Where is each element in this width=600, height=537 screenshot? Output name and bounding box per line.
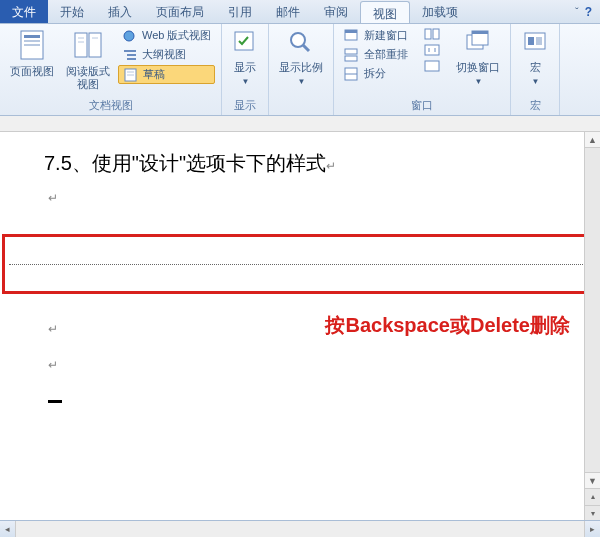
document-area[interactable]: 7.5、使用"设计"选项卡下的样式↵ ↵ 按Backspace或Delete删除… [0,132,600,520]
group-zoom: 显示比例▼ [269,24,334,115]
group-macros: 宏▼ 宏 [511,24,560,115]
window-small-2[interactable] [420,43,444,57]
svg-rect-26 [433,29,439,39]
page-view-icon [17,29,47,63]
svg-rect-5 [89,33,101,57]
zoom-button[interactable]: 显示比例▼ [275,27,327,89]
hscroll-track[interactable] [16,521,584,537]
scroll-left-button[interactable]: ◂ [0,521,16,537]
svg-rect-3 [24,44,40,46]
outline-view-button[interactable]: 大纲视图 [118,46,215,63]
scroll-down-button[interactable]: ▼ [585,472,600,488]
previous-page-button[interactable]: ▴ [585,488,600,505]
paragraph-marks: ↵ [44,191,570,205]
para-mark: ↵ [48,322,62,336]
svg-rect-30 [425,61,439,71]
web-view-button[interactable]: Web 版式视图 [118,27,215,44]
arrange-all-button[interactable]: 全部重排 [340,46,412,63]
tab-mail[interactable]: 邮件 [264,0,312,23]
switch-window-icon [464,29,492,59]
draft-view-button[interactable]: 草稿 [118,65,215,84]
window-side-by-side-icon [424,28,440,40]
annotation-text: 按Backspace或Delete删除 [325,312,570,339]
svg-rect-4 [75,33,87,57]
document-heading: 7.5、使用"设计"选项卡下的样式↵ [44,150,570,177]
window-small-1[interactable] [420,27,444,41]
svg-rect-35 [528,37,534,45]
group-doc-views: 页面视图 阅读版式 视图 Web 版式视图 大纲视图 草稿 [0,24,222,115]
group-show-label: 显示 [228,97,262,113]
help-icon[interactable]: ? [585,5,592,19]
horizontal-ruler[interactable] [0,116,600,132]
tab-home[interactable]: 开始 [48,0,96,23]
scroll-right-button[interactable]: ▸ [584,521,600,537]
zoom-icon [287,29,315,59]
page-view-button[interactable]: 页面视图 [6,27,58,80]
reset-window-icon [424,60,440,72]
svg-rect-33 [472,31,488,34]
svg-rect-27 [425,45,439,55]
svg-point-9 [124,31,134,41]
macros-icon [521,29,549,59]
scroll-up-button[interactable]: ▲ [585,132,600,148]
outline-view-icon [122,48,138,62]
horizontal-scrollbar: ◂ ▸ [0,520,600,537]
para-mark: ↵ [48,358,62,372]
tab-references[interactable]: 引用 [216,0,264,23]
arrange-all-icon [344,48,360,62]
tab-file[interactable]: 文件 [0,0,48,23]
svg-rect-20 [345,30,357,33]
vertical-scrollbar[interactable]: ▲ ▼ ▴ ▾ [584,132,600,520]
web-view-icon [122,29,138,43]
new-window-icon [344,29,360,43]
macros-button[interactable]: 宏▼ [517,27,553,89]
svg-rect-25 [425,29,431,39]
selection-highlight-box [2,234,594,294]
show-button[interactable]: 显示▼ [228,27,262,89]
draft-view-icon [123,68,139,82]
svg-rect-2 [24,40,40,42]
group-show: 显示▼ 显示 [222,24,269,115]
split-button[interactable]: 拆分 [340,65,412,82]
tab-insert[interactable]: 插入 [96,0,144,23]
minimize-ribbon-icon[interactable]: ˇ [575,6,579,18]
sync-scroll-icon [424,44,440,56]
ribbon-tabs: 文件 开始 插入 页面布局 引用 邮件 审阅 视图 加载项 ˇ ? [0,0,600,24]
svg-rect-36 [536,37,542,45]
svg-rect-21 [345,49,357,54]
svg-rect-1 [24,35,40,38]
new-window-button[interactable]: 新建窗口 [340,27,412,44]
group-window: 新建窗口 全部重排 拆分 切换窗口▼ 窗口 [334,24,511,115]
svg-point-17 [291,33,305,47]
group-macros-label: 宏 [517,97,553,113]
group-doc-views-label: 文档视图 [6,97,215,113]
tab-view[interactable]: 视图 [360,1,410,23]
svg-line-18 [303,45,309,51]
tab-review[interactable]: 审阅 [312,0,360,23]
window-small-3[interactable] [420,59,444,73]
split-icon [344,67,360,81]
tab-layout[interactable]: 页面布局 [144,0,216,23]
group-zoom-label [275,100,327,113]
ribbon: 页面视图 阅读版式 视图 Web 版式视图 大纲视图 草稿 [0,24,600,116]
switch-window-button[interactable]: 切换窗口▼ [452,27,504,89]
group-window-label: 窗口 [340,97,504,113]
show-icon [232,29,258,59]
tabs-right-controls: ˇ ? [567,0,600,23]
tab-addins[interactable]: 加载项 [410,0,470,23]
reading-view-button[interactable]: 阅读版式 视图 [62,27,114,93]
reading-view-icon [73,29,103,63]
svg-rect-22 [345,56,357,61]
text-cursor [48,400,62,403]
